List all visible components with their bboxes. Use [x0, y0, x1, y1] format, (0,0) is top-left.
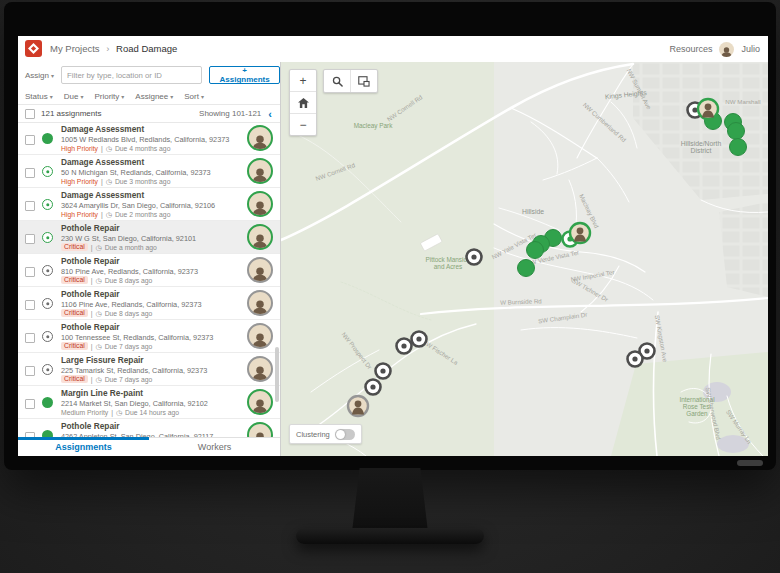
map-marker-ring-gray[interactable]: [467, 250, 482, 265]
status-icon: [42, 397, 53, 408]
breadcrumb-my-projects[interactable]: My Projects: [50, 43, 100, 54]
search-icon[interactable]: [324, 70, 351, 92]
meta-separator: |: [91, 276, 93, 285]
assignment-list: Damage Assessment 1005 W Redlands Blvd, …: [18, 122, 280, 438]
priority-badge: High Priority: [61, 144, 98, 153]
assignee-avatar: [247, 389, 273, 415]
assignment-row[interactable]: Damage Assessment 50 N Michigan St, Redl…: [18, 155, 280, 188]
list-scrollbar[interactable]: [275, 347, 279, 402]
map-marker-ring-gray[interactable]: [412, 332, 427, 347]
assignment-row[interactable]: Pothole Repair 4262 Appleton St, San Die…: [18, 419, 280, 438]
map-marker-ring-gray[interactable]: [376, 364, 391, 379]
status-filter[interactable]: Status▾: [25, 92, 53, 101]
due-text: Due 8 days ago: [105, 309, 153, 318]
resources-link[interactable]: Resources: [669, 44, 712, 54]
row-checkbox[interactable]: [25, 135, 35, 145]
map-marker-green[interactable]: [730, 139, 747, 156]
assign-dropdown[interactable]: Assign▾: [25, 71, 54, 80]
status-icon: [42, 133, 53, 144]
assignment-row[interactable]: Pothole Repair 230 W G St, San Diego, Ca…: [18, 221, 280, 254]
row-checkbox[interactable]: [25, 333, 35, 343]
due-filter[interactable]: Due▾: [64, 92, 84, 101]
row-checkbox[interactable]: [25, 399, 35, 409]
row-checkbox[interactable]: [25, 267, 35, 277]
priority-badge: Critical: [61, 375, 88, 384]
assignment-address: 100 Tennessee St, Redlands, California, …: [61, 333, 213, 342]
map-marker-green[interactable]: [518, 260, 535, 277]
map-label: W Burnside Rd: [500, 297, 542, 305]
map-marker-green[interactable]: [728, 123, 745, 140]
clustering-control: Clustering: [289, 424, 362, 444]
due-text: Due 2 months ago: [115, 210, 171, 219]
assignments-panel: Assign▾ + Assignments Status▾ Due▾ Prior…: [18, 62, 280, 456]
assignee-avatar: [247, 356, 273, 382]
basemap-icon[interactable]: [351, 70, 377, 92]
due-text: Due 7 days ago: [105, 342, 153, 351]
assignment-title: Pothole Repair: [61, 224, 196, 234]
map-marker-avatar-green[interactable]: [570, 223, 590, 243]
assignment-title: Pothole Repair: [61, 323, 213, 333]
due-text: Due 4 months ago: [115, 144, 171, 153]
due-text: Due 3 months ago: [115, 177, 171, 186]
map-marker-avatar-green[interactable]: [698, 99, 718, 119]
assignee-avatar: [247, 290, 273, 316]
assignment-row[interactable]: Large Fissure Repair 225 Tamarisk St, Re…: [18, 353, 280, 386]
status-icon: [42, 265, 53, 276]
map-view[interactable]: Kings HeightsHillside/NorthDistrictHills…: [280, 62, 768, 456]
row-checkbox[interactable]: [25, 234, 35, 244]
tab-workers[interactable]: Workers: [149, 438, 280, 456]
map-marker-ring-gray[interactable]: [397, 339, 412, 354]
clustering-label: Clustering: [296, 430, 330, 439]
assignment-meta: Critical | ◷ Due 7 days ago: [61, 342, 213, 351]
assignment-row[interactable]: Damage Assessment 3624 Amaryllis Dr, San…: [18, 188, 280, 221]
assignment-meta: Critical | ◷ Due a month ago: [61, 243, 196, 252]
chevron-left-icon[interactable]: ‹: [268, 109, 272, 119]
assignment-title: Damage Assessment: [61, 125, 229, 135]
assignment-title: Margin Line Re-paint: [61, 389, 208, 399]
clock-icon: ◷: [96, 375, 102, 384]
map-marker-ring-gray[interactable]: [628, 352, 643, 367]
map-marker-ring-gray[interactable]: [366, 380, 381, 395]
sort-filter[interactable]: Sort▾: [184, 92, 204, 101]
breadcrumb: My Projects › Road Damage: [50, 43, 177, 54]
priority-filter[interactable]: Priority▾: [94, 92, 124, 101]
workforce-logo-icon: [25, 40, 42, 57]
map-label: Macleay Park: [354, 122, 394, 130]
clustering-toggle[interactable]: [335, 429, 355, 440]
assignment-meta: Critical | ◷ Due 8 days ago: [61, 276, 198, 285]
add-assignments-button[interactable]: + Assignments: [209, 66, 280, 84]
home-button[interactable]: [290, 92, 316, 114]
meta-separator: |: [101, 177, 103, 186]
user-name[interactable]: Julio: [741, 44, 760, 54]
assignee-filter[interactable]: Assignee▾: [135, 92, 173, 101]
meta-separator: |: [101, 210, 103, 219]
caret-down-icon: ▾: [51, 73, 54, 79]
row-checkbox[interactable]: [25, 366, 35, 376]
assignment-title: Damage Assessment: [61, 158, 211, 168]
meta-separator: |: [91, 243, 93, 252]
row-checkbox[interactable]: [25, 300, 35, 310]
assignment-row[interactable]: Margin Line Re-paint 2214 Market St, San…: [18, 386, 280, 419]
status-icon: [42, 166, 53, 177]
zoom-in-button[interactable]: +: [290, 70, 316, 92]
priority-badge: High Priority: [61, 210, 98, 219]
assignment-row[interactable]: Pothole Repair 1106 Pine Ave, Redlands, …: [18, 287, 280, 320]
assignment-row[interactable]: Damage Assessment 1005 W Redlands Blvd, …: [18, 122, 280, 155]
tab-assignments[interactable]: Assignments: [18, 438, 149, 456]
clock-icon: ◷: [96, 243, 102, 252]
showing-range: Showing 101-121: [199, 109, 261, 118]
assignment-row[interactable]: Pothole Repair 810 Pine Ave, Redlands, C…: [18, 254, 280, 287]
row-checkbox[interactable]: [25, 201, 35, 211]
assignment-row[interactable]: Pothole Repair 100 Tennessee St, Redland…: [18, 320, 280, 353]
zoom-out-button[interactable]: −: [290, 114, 316, 135]
map-marker-avatar-gray[interactable]: [348, 396, 368, 416]
map-marker-green[interactable]: [527, 242, 544, 259]
user-avatar[interactable]: [719, 42, 734, 57]
meta-separator: |: [91, 375, 93, 384]
row-checkbox[interactable]: [25, 168, 35, 178]
map-zoom-controls: + −: [289, 69, 317, 136]
assignment-address: 810 Pine Ave, Redlands, California, 9237…: [61, 267, 198, 276]
select-all-checkbox[interactable]: [25, 109, 35, 119]
assignment-meta: Medium Priority | ◷ Due 14 hours ago: [61, 408, 208, 417]
filter-input[interactable]: [61, 66, 202, 84]
